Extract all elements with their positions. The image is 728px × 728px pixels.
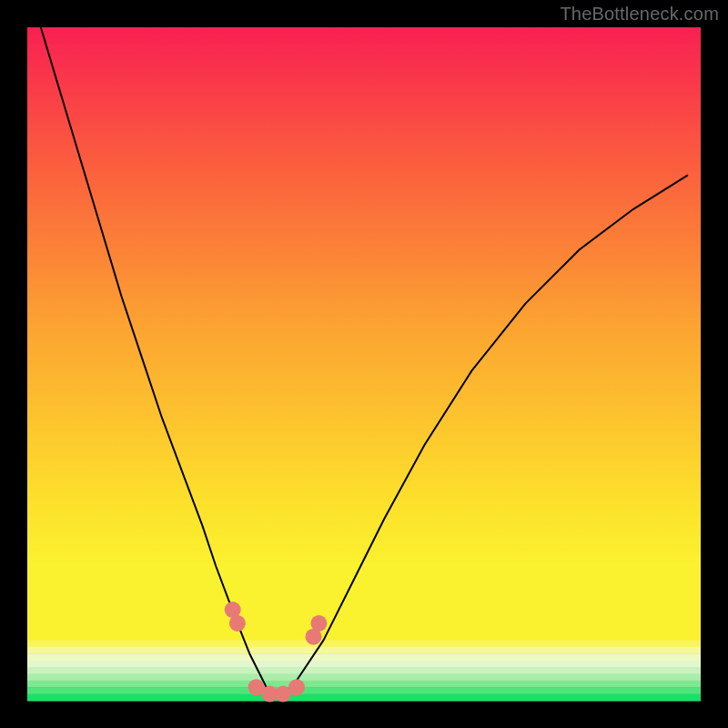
gradient-band [27, 667, 701, 674]
gradient-band [27, 633, 701, 641]
gradient-band [27, 681, 701, 688]
highlight-point [310, 615, 327, 632]
highlight-point [229, 615, 246, 632]
highlight-point [288, 679, 305, 695]
gradient-band [27, 647, 701, 654]
chart-frame: TheBottleneck.com [0, 0, 728, 728]
gradient-band [27, 640, 701, 647]
gradient-band [27, 661, 701, 668]
gradient-band [27, 687, 701, 694]
bottleneck-chart [0, 0, 728, 728]
gradient-area [27, 27, 701, 633]
gradient-band [27, 694, 701, 702]
watermark-text: TheBottleneck.com [560, 4, 719, 25]
gradient-band [27, 673, 701, 681]
gradient-band [27, 653, 701, 661]
